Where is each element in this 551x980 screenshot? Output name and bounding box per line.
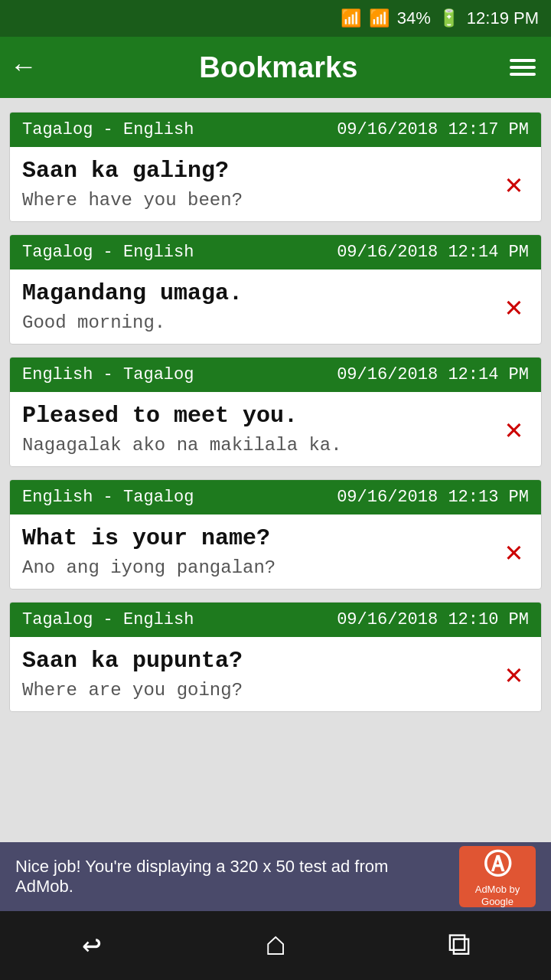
bookmark-body: Pleased to meet you. Nagagalak ako na ma… (10, 392, 541, 466)
bookmark-lang: Tagalog - English (22, 243, 194, 262)
bookmark-text: Pleased to meet you. Nagagalak ako na ma… (22, 403, 499, 456)
bookmark-lang: Tagalog - English (22, 610, 194, 629)
bookmark-translation: Ano ang iyong pangalan? (22, 557, 499, 578)
bookmark-translation: Where are you going? (22, 680, 499, 701)
bookmark-date: 09/16/2018 12:14 PM (337, 365, 529, 384)
menu-button[interactable] (510, 59, 536, 76)
battery-icon: 🔋 (439, 8, 459, 28)
battery-level: 34% (397, 8, 431, 28)
clock: 12:19 PM (467, 8, 539, 28)
bookmark-delete-button[interactable]: ✕ (499, 406, 529, 453)
home-nav-icon: ⌂ (265, 926, 286, 965)
ad-label: Nice job! You're displaying a 320 x 50 t… (15, 857, 388, 896)
bookmark-phrase: Magandang umaga. (22, 280, 499, 306)
nav-squares-button[interactable]: ⧉ (429, 923, 490, 969)
hamburger-line-1 (510, 59, 536, 62)
header: ← Bookmarks (0, 37, 551, 98)
nav-home-button[interactable]: ⌂ (245, 923, 306, 969)
bookmark-lang: English - Tagalog (22, 488, 194, 507)
bookmark-card: English - Tagalog 09/16/2018 12:14 PM Pl… (9, 357, 542, 467)
bookmark-translation: Nagagalak ako na makilala ka. (22, 435, 499, 456)
bookmark-body: Magandang umaga. Good morning. ✕ (10, 270, 541, 344)
wifi-icon: 📶 (341, 8, 361, 28)
bookmark-card: Tagalog - English 09/16/2018 12:14 PM Ma… (9, 234, 542, 345)
ad-text: Nice job! You're displaying a 320 x 50 t… (15, 857, 447, 897)
bookmark-delete-button[interactable]: ✕ (499, 651, 529, 698)
bookmark-header: English - Tagalog 09/16/2018 12:14 PM (10, 358, 541, 392)
bookmark-body: What is your name? Ano ang iyong pangala… (10, 514, 541, 589)
bookmark-delete-button[interactable]: ✕ (499, 161, 529, 208)
bookmark-header: Tagalog - English 09/16/2018 12:17 PM (10, 113, 541, 147)
admob-icon: Ⓐ (484, 846, 511, 884)
bookmark-translation: Good morning. (22, 312, 499, 333)
bookmark-card: Tagalog - English 09/16/2018 12:17 PM Sa… (9, 112, 542, 222)
bookmark-text: What is your name? Ano ang iyong pangala… (22, 525, 499, 578)
bookmark-phrase: Pleased to meet you. (22, 403, 499, 429)
bookmark-header: Tagalog - English 09/16/2018 12:14 PM (10, 235, 541, 270)
bookmark-delete-button[interactable]: ✕ (499, 283, 529, 331)
bookmark-date: 09/16/2018 12:13 PM (337, 488, 529, 507)
bookmark-card: Tagalog - English 09/16/2018 12:10 PM Sa… (9, 602, 542, 712)
squares-nav-icon: ⧉ (448, 927, 471, 965)
bookmark-phrase: Saan ka pupunta? (22, 648, 499, 674)
bookmark-phrase: Saan ka galing? (22, 158, 499, 184)
status-bar: 📶 📶 34% 🔋 12:19 PM (0, 0, 551, 37)
bookmark-phrase: What is your name? (22, 525, 499, 551)
bookmark-text: Saan ka galing? Where have you been? (22, 158, 499, 211)
bookmark-header: English - Tagalog 09/16/2018 12:13 PM (10, 480, 541, 514)
hamburger-line-2 (510, 66, 536, 69)
bookmark-date: 09/16/2018 12:10 PM (337, 610, 529, 629)
nav-back-button[interactable]: ↩ (61, 923, 122, 969)
bookmark-text: Magandang umaga. Good morning. (22, 280, 499, 333)
hamburger-line-3 (510, 73, 536, 76)
bottom-nav: ↩ ⌂ ⧉ (0, 911, 551, 980)
bookmark-header: Tagalog - English 09/16/2018 12:10 PM (10, 603, 541, 637)
bookmark-text: Saan ka pupunta? Where are you going? (22, 648, 499, 701)
bookmark-card: English - Tagalog 09/16/2018 12:13 PM Wh… (9, 479, 542, 590)
signal-icon: 📶 (369, 8, 390, 28)
ad-banner: Nice job! You're displaying a 320 x 50 t… (0, 842, 551, 911)
bookmark-date: 09/16/2018 12:17 PM (337, 120, 529, 139)
ad-logo: Ⓐ AdMob by Google (459, 846, 536, 907)
back-nav-icon: ↩ (82, 926, 101, 965)
admob-label: AdMob by Google (459, 884, 536, 907)
bookmark-lang: Tagalog - English (22, 120, 194, 139)
back-button[interactable]: ← (15, 52, 32, 83)
bookmark-translation: Where have you been? (22, 190, 499, 211)
bookmark-delete-button[interactable]: ✕ (499, 528, 529, 576)
bookmark-body: Saan ka galing? Where have you been? ✕ (10, 147, 541, 221)
bookmark-date: 09/16/2018 12:14 PM (337, 243, 529, 262)
page-title: Bookmarks (47, 51, 510, 84)
bookmark-body: Saan ka pupunta? Where are you going? ✕ (10, 637, 541, 711)
bookmark-lang: English - Tagalog (22, 365, 194, 384)
bookmarks-list: Tagalog - English 09/16/2018 12:17 PM Sa… (0, 98, 551, 842)
